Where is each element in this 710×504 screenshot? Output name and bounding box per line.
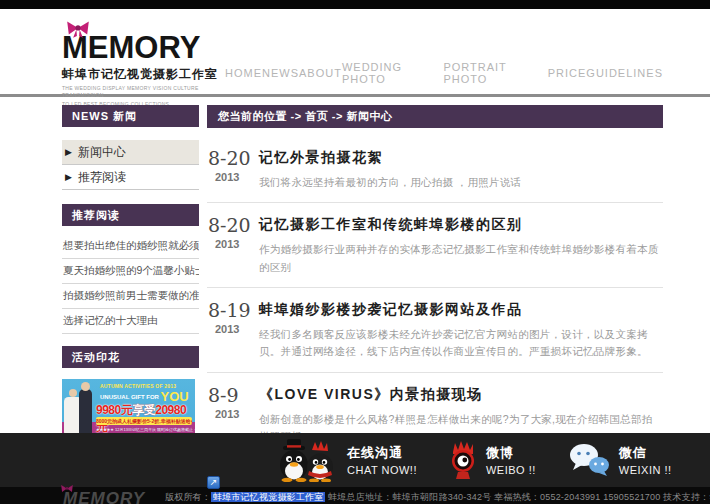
news-date: 8-9 2013: [208, 384, 255, 420]
ribbon-bow-icon: [65, 20, 91, 38]
arrow-right-icon: ▶: [65, 147, 72, 157]
news-item: 8-19 2013 蚌埠婚纱影楼抄袭记忆摄影网站及作品 经我们多名顾客反应该影楼…: [207, 288, 663, 373]
sidebar-item-label: 推荐阅读: [78, 169, 126, 186]
logo-subtitle: 蚌埠市记忆视觉摄影工作室: [62, 66, 222, 83]
social-weixin[interactable]: 微信 WEIXIN !!: [568, 443, 672, 477]
sidebar-menu: ▶ 新闻中心 ▶ 推荐阅读: [62, 140, 199, 190]
qq-penguins-icon: [276, 438, 338, 482]
recommend-item[interactable]: 夏天拍婚纱照的9个温馨小贴士: [62, 259, 199, 284]
news-date: 8-20 2013: [208, 147, 255, 183]
social-weibo[interactable]: 微博 WEIBO !!: [449, 440, 536, 480]
sidebar: NEWS 新闻 ▶ 新闻中心 ▶ 推荐阅读 推荐阅读 想要拍出绝佳的婚纱照就必须…: [62, 105, 199, 444]
arrow-right-icon: ▶: [65, 172, 72, 182]
social-weibo-label: 微博: [486, 444, 536, 462]
copyright-text: 版权所有：蚌埠市记忆视觉摄影工作室 蚌埠总店地址：蚌埠市朝阳路340-342号 …: [165, 491, 710, 504]
promo-dots-line: ★★★★★ 12月13日记忆三周年庆 限时抢订优惠将截止 ★★★★★: [96, 427, 195, 432]
news-description: 我们将永远坚持着最初的方向，用心拍摄 ，用照片说话: [259, 174, 663, 191]
main-nav: HOME NEWS ABOUT WEDDING PHOTO PORTRAIT P…: [225, 61, 663, 85]
sidebar-item-news-center[interactable]: ▶ 新闻中心: [62, 140, 199, 165]
sidebar-news-header: NEWS 新闻: [62, 105, 199, 127]
news-date-year: 2013: [208, 323, 255, 335]
nav-about[interactable]: ABOUT: [299, 67, 342, 79]
promo-strip: 8000元拍成人礼摄影价5·2折,幸福补贴送给你!: [96, 417, 192, 425]
social-qq-sublabel: CHAT NOW!!: [347, 464, 417, 476]
news-description: 经我们多名顾客反应该影楼未经允许抄袭记忆官方网站的图片，设计，以及文案拷贝。并通…: [259, 326, 663, 361]
weixin-icon: [568, 443, 610, 477]
news-date-day: 8-9: [208, 384, 239, 406]
site-header: MEMORY 蚌埠市记忆视觉摄影工作室 THE WEDDING DISPLAY …: [0, 9, 710, 97]
nav-news[interactable]: NEWS: [262, 67, 299, 79]
recommend-item[interactable]: 拍摄婚纱照前男士需要做的准备: [62, 284, 199, 309]
social-weixin-label: 微信: [619, 444, 672, 462]
logo-tagline-1: THE WEDDING DISPLAY MEMORY VISION CULTUR…: [62, 85, 222, 99]
social-weibo-sublabel: WEIBO !!: [486, 464, 536, 476]
promo-price-left: 9980元: [96, 403, 132, 417]
news-description: 作为婚纱摄影行业两种并存的实体形态记忆摄影工作室和传统蚌埠婚纱影楼有着本质的区别: [259, 241, 663, 276]
news-title-link[interactable]: 记忆摄影工作室和传统蚌埠影楼的区别: [259, 216, 663, 234]
footer-address: 蚌埠总店地址：蚌埠市朝阳路340-342号: [328, 492, 491, 502]
footer-support: 技术支持：华迅网络: [663, 492, 710, 502]
weibo-icon: [449, 440, 477, 480]
sidebar-item-recommended[interactable]: ▶ 推荐阅读: [62, 165, 199, 190]
social-qq-chat[interactable]: 在线沟通 CHAT NOW!!: [276, 438, 417, 482]
news-title-link[interactable]: 《LOVE VIRUS》内景拍摄现场: [259, 386, 663, 404]
news-date-year: 2013: [208, 408, 255, 420]
recommend-item[interactable]: 想要拍出绝佳的婚纱照就必须知: [62, 234, 199, 259]
promo-section: 活动印花 AUTUMN ACTIVITIES OF 2013 UNUSUAL G…: [62, 346, 199, 444]
copyright-prefix: 版权所有：: [165, 492, 211, 502]
news-title-link[interactable]: 蚌埠婚纱影楼抄袭记忆摄影网站及作品: [259, 301, 663, 319]
news-date: 8-20 2013: [208, 214, 255, 250]
copyright-bar: MEMORY 版权所有：蚌埠市记忆视觉摄影工作室 蚌埠总店地址：蚌埠市朝阳路34…: [0, 487, 710, 504]
recommend-item[interactable]: 选择记忆的十大理由: [62, 309, 199, 334]
top-black-strip: [0, 0, 710, 9]
nav-wedding-photo[interactable]: WEDDING PHOTO: [342, 61, 443, 85]
promo-header: 活动印花: [62, 346, 199, 368]
nav-price[interactable]: PRICE: [548, 67, 587, 79]
news-date-year: 2013: [208, 238, 255, 250]
news-item: 8-20 2013 记忆摄影工作室和传统蚌埠影楼的区别 作为婚纱摄影行业两种并存…: [207, 203, 663, 288]
sidebar-item-label: 新闻中心: [78, 144, 126, 161]
nav-portrait-photo[interactable]: PORTRAIT PHOTO: [443, 61, 547, 85]
news-date: 8-19 2013: [208, 299, 255, 335]
social-qq-label: 在线沟通: [347, 444, 417, 462]
page: MEMORY 蚌埠市记忆视觉摄影工作室 THE WEDDING DISPLAY …: [0, 0, 710, 504]
site-logo[interactable]: MEMORY 蚌埠市记忆视觉摄影工作室 THE WEDDING DISPLAY …: [62, 20, 222, 108]
news-item: 8-20 2013 记忆外景拍摄花絮 我们将永远坚持着最初的方向，用心拍摄 ，用…: [207, 136, 663, 203]
news-list: 8-20 2013 记忆外景拍摄花絮 我们将永远坚持着最初的方向，用心拍摄 ，用…: [207, 136, 663, 475]
nav-guidelines[interactable]: GUIDELINES: [586, 67, 663, 79]
recommend-list: 想要拍出绝佳的婚纱照就必须知 夏天拍婚纱照的9个温馨小贴士 拍摄婚纱照前男士需要…: [62, 234, 199, 334]
promo-price-mid: 享受: [132, 403, 155, 417]
news-date-day: 8-20: [208, 147, 251, 169]
breadcrumb: 您当前的位置 -> 首页 -> 新闻中心: [207, 105, 663, 128]
studio-name-link[interactable]: 蚌埠市记忆视觉摄影工作室: [211, 492, 325, 502]
promo-line-2-text: UNUSUAL GIFT FOR: [100, 394, 159, 400]
nav-home[interactable]: HOME: [225, 67, 262, 79]
news-date-day: 8-20: [208, 214, 251, 236]
news-title-link[interactable]: 记忆外景拍摄花絮: [259, 149, 663, 167]
social-weixin-sublabel: WEIXIN !!: [619, 464, 672, 476]
recommend-header: 推荐阅读: [62, 204, 199, 226]
news-date-year: 2013: [208, 171, 255, 183]
recommend-section: 推荐阅读 想要拍出绝佳的婚纱照就必须知 夏天拍婚纱照的9个温馨小贴士 拍摄婚纱照…: [62, 204, 199, 334]
floating-shortcut-icon[interactable]: ↗: [207, 476, 220, 489]
social-footer: 在线沟通 CHAT NOW!! 微博 WEIBO !!: [0, 433, 710, 487]
footer-logo: MEMORY: [63, 489, 145, 504]
footer-hotline: 幸福热线：0552-2043991 15905521700: [494, 492, 660, 502]
news-date-day: 8-19: [208, 299, 251, 321]
